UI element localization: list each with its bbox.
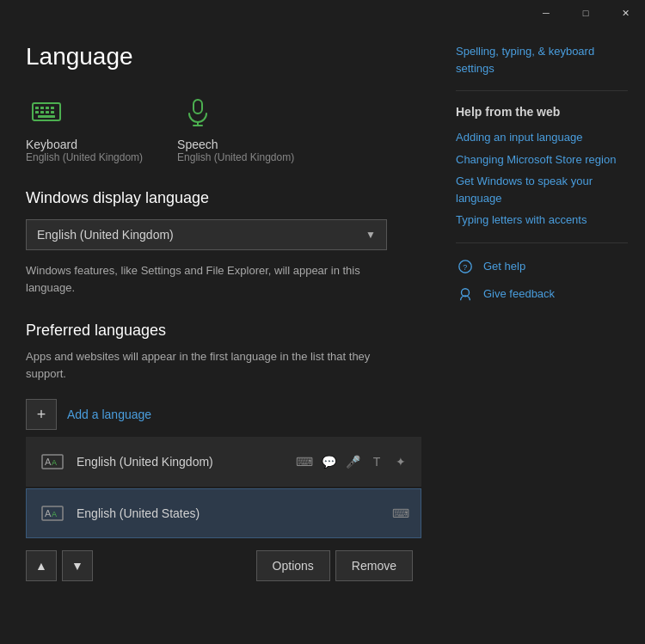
svg-text:?: ? [463, 262, 467, 271]
lang-actions-uk: ⌨ 💬 🎤 T ✦ [295, 452, 410, 471]
device-row: Keyboard English (United Kingdom) Speech [26, 91, 413, 163]
preferred-lang-title: Preferred languages [26, 322, 413, 340]
help-link-3[interactable]: Typing letters with accents [456, 212, 628, 229]
maximize-button[interactable]: □ [566, 0, 605, 26]
add-language-row[interactable]: + Add a language [26, 399, 413, 430]
speech-device[interactable]: Speech English (United Kingdom) [177, 91, 294, 163]
svg-rect-4 [51, 107, 54, 109]
help-link-1[interactable]: Changing Microsoft Store region [456, 151, 628, 169]
page-title: Language [26, 43, 413, 71]
help-link-2[interactable]: Get Windows to speak your language [456, 173, 628, 206]
svg-rect-8 [51, 111, 54, 113]
options-button[interactable]: Options [256, 550, 330, 581]
remove-button[interactable]: Remove [335, 550, 413, 581]
svg-text:A: A [45, 457, 52, 467]
lang-mic-icon: 🎤 [343, 452, 362, 471]
help-link-0[interactable]: Adding an input language [456, 129, 628, 146]
lang-speech-icon: 💬 [319, 452, 338, 471]
svg-text:A: A [52, 458, 57, 467]
svg-rect-9 [38, 115, 55, 118]
preferred-lang-desc: Apps and websites will appear in the fir… [26, 348, 396, 382]
svg-text:A: A [52, 510, 57, 518]
lang-text-icon: T [367, 452, 386, 471]
get-help-icon: ? [456, 257, 475, 276]
window: ─ □ ✕ Language [0, 0, 645, 644]
svg-rect-10 [194, 100, 202, 113]
divider-2 [456, 242, 628, 243]
svg-text:A: A [45, 508, 52, 518]
speech-label: Speech [177, 138, 218, 151]
bottom-bar: ▲ ▼ Options Remove [26, 545, 413, 586]
svg-rect-1 [35, 107, 39, 109]
svg-rect-6 [40, 111, 44, 113]
lang-icon-uk: A A [37, 446, 68, 477]
give-feedback-item[interactable]: Give feedback [456, 285, 628, 304]
svg-rect-5 [35, 111, 39, 113]
display-lang-description: Windows features, like Settings and File… [26, 262, 396, 296]
close-button[interactable]: ✕ [605, 0, 645, 26]
speech-icon [177, 91, 218, 132]
lang-us-keyboard-icon: ⌨ [391, 504, 410, 523]
language-list: A A English (United Kingdom) ⌨ 💬 🎤 T ✦ [26, 437, 421, 538]
keyboard-label: Keyboard [26, 138, 77, 151]
lang-name-uk: English (United Kingdom) [77, 455, 295, 469]
give-feedback-icon [456, 285, 475, 304]
svg-rect-2 [40, 107, 44, 109]
lang-name-us: English (United States) [77, 506, 391, 520]
get-help-label: Get help [483, 260, 525, 273]
main-panel: Language [0, 26, 439, 644]
get-help-item[interactable]: ? Get help [456, 257, 628, 276]
display-lang-title: Windows display language [26, 189, 413, 207]
title-bar: ─ □ ✕ [0, 0, 645, 26]
add-language-label: Add a language [67, 408, 151, 421]
minimize-button[interactable]: ─ [526, 0, 566, 26]
spelling-typing-link[interactable]: Spelling, typing, & keyboard settings [456, 43, 628, 77]
display-lang-dropdown-container: English (United Kingdom) ▼ [26, 219, 413, 250]
speech-subtitle: English (United Kingdom) [177, 151, 294, 163]
keyboard-icon [26, 91, 67, 132]
lang-item-uk[interactable]: A A English (United Kingdom) ⌨ 💬 🎤 T ✦ [26, 437, 421, 487]
lang-star-icon: ✦ [391, 452, 410, 471]
lang-item-us[interactable]: A A English (United States) ⌨ [26, 488, 421, 538]
keyboard-device[interactable]: Keyboard English (United Kingdom) [26, 91, 143, 163]
svg-rect-7 [46, 111, 49, 113]
give-feedback-label: Give feedback [483, 287, 555, 300]
display-lang-dropdown[interactable]: English (United Kingdom) ▼ [26, 219, 387, 250]
add-language-button[interactable]: + [26, 399, 57, 430]
keyboard-subtitle: English (United Kingdom) [26, 151, 143, 163]
display-lang-value: English (United Kingdom) [37, 228, 174, 242]
help-section-title: Help from the web [456, 105, 628, 119]
divider-1 [456, 90, 628, 91]
dropdown-arrow-icon: ▼ [366, 229, 376, 241]
move-up-button[interactable]: ▲ [26, 550, 57, 581]
lang-icon-us: A A [37, 498, 68, 529]
svg-rect-3 [46, 107, 49, 109]
lang-actions-us: ⌨ [391, 504, 410, 523]
move-down-button[interactable]: ▼ [62, 550, 93, 581]
content-area: Language [0, 26, 645, 644]
right-panel: Spelling, typing, & keyboard settings He… [439, 26, 645, 644]
lang-keyboard-icon: ⌨ [295, 452, 314, 471]
